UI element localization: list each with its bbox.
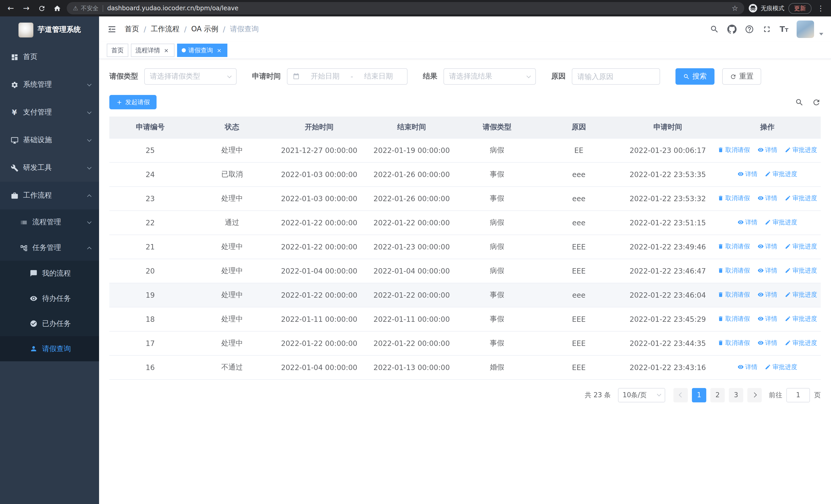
detail-link[interactable]: 详情 — [757, 291, 777, 299]
reload-icon[interactable] — [36, 3, 47, 14]
tab-leave-query[interactable]: 请假查询 × — [177, 43, 227, 57]
approval-progress-link[interactable]: 审批进度 — [785, 194, 817, 203]
fullscreen-icon[interactable] — [762, 25, 771, 34]
cell-start-time: 2021-12-27 00:00:00 — [273, 138, 366, 162]
sidebar-item-workflow[interactable]: 工作流程 — [0, 182, 99, 209]
search-button[interactable]: 搜索 — [676, 68, 715, 85]
home-browser-icon[interactable] — [51, 3, 63, 14]
sidebar-collapse-icon[interactable] — [107, 24, 117, 34]
page-button-1[interactable]: 1 — [692, 388, 706, 402]
detail-link[interactable]: 详情 — [757, 315, 777, 323]
sidebar-item-done-tasks[interactable]: 已办任务 — [0, 311, 99, 336]
prev-page-button[interactable] — [674, 388, 688, 402]
sidebar-item-home[interactable]: 首页 — [0, 43, 99, 71]
page-button-3[interactable]: 3 — [729, 388, 743, 402]
cell-start-time: 2022-01-11 00:00:00 — [273, 307, 366, 331]
toggle-search-icon[interactable] — [795, 98, 804, 107]
sidebar-item-my-process[interactable]: 我的流程 — [0, 261, 99, 286]
detail-link[interactable]: 详情 — [738, 170, 757, 179]
security-chip[interactable]: ⚠ 不安全 — [73, 4, 98, 12]
page-jump-input[interactable] — [786, 388, 810, 402]
search-icon[interactable] — [710, 25, 719, 34]
sidebar-item-dev-tools[interactable]: 研发工具 — [0, 154, 99, 182]
breadcrumb-home[interactable]: 首页 — [125, 25, 139, 34]
start-date-placeholder: 开始日期 — [302, 72, 348, 81]
sidebar-item-system-mgmt[interactable]: 系统管理 — [0, 71, 99, 98]
calendar-icon — [292, 73, 300, 80]
help-icon[interactable] — [745, 25, 754, 34]
cancel-leave-link[interactable]: 取消请假 — [718, 339, 750, 348]
warning-icon: ⚠ — [73, 5, 78, 12]
close-icon[interactable]: × — [216, 47, 223, 54]
apply-time-range-picker[interactable]: 开始日期 - 结束日期 — [287, 68, 407, 85]
leave-type-select[interactable]: 请选择请假类型 — [144, 68, 237, 85]
approval-progress-link[interactable]: 审批进度 — [765, 170, 797, 179]
close-icon[interactable]: × — [163, 47, 170, 54]
detail-link[interactable]: 详情 — [757, 242, 777, 251]
github-icon[interactable] — [727, 25, 737, 34]
dashboard-icon — [10, 53, 19, 61]
sidebar-item-todo-tasks[interactable]: 待办任务 — [0, 286, 99, 311]
avatar-caret-icon[interactable] — [819, 33, 823, 35]
detail-link[interactable]: 详情 — [757, 146, 777, 154]
incognito-icon — [748, 4, 757, 13]
cell-apply-time: 2022-01-22 23:53:35 — [622, 162, 714, 186]
approval-progress-link[interactable]: 审批进度 — [785, 266, 817, 275]
bookmark-star-icon[interactable]: ☆ — [732, 4, 738, 12]
address-bar[interactable]: ⚠ 不安全 dashboard.yudao.iocoder.cn/bpm/oa/… — [67, 2, 744, 14]
sidebar-item-infrastructure[interactable]: 基础设施 — [0, 126, 99, 154]
detail-link[interactable]: 详情 — [757, 194, 777, 203]
chrome-update-button[interactable]: 更新 — [789, 3, 811, 13]
font-size-icon[interactable]: TT — [780, 25, 789, 34]
sidebar-item-task-mgmt[interactable]: 任务管理 — [0, 235, 99, 261]
detail-link[interactable]: 详情 — [738, 218, 757, 227]
breadcrumb-workflow[interactable]: 工作流程 — [151, 25, 179, 34]
cell-status: 处理中 — [191, 138, 273, 162]
approval-progress-link[interactable]: 审批进度 — [785, 146, 817, 154]
create-leave-button[interactable]: 发起请假 — [109, 95, 156, 109]
cell-apply-id: 16 — [109, 355, 191, 379]
table-row: 23 处理中 2022-01-03 00:00:00 2022-01-26 00… — [109, 186, 821, 210]
reason-input-wrap — [572, 68, 660, 85]
back-icon[interactable]: ← — [5, 3, 17, 14]
reason-input[interactable] — [577, 72, 654, 81]
cancel-leave-link[interactable]: 取消请假 — [718, 242, 750, 251]
detail-link[interactable]: 详情 — [757, 339, 777, 348]
next-page-button[interactable] — [747, 388, 762, 402]
approval-progress-link[interactable]: 审批进度 — [765, 363, 797, 372]
detail-link[interactable]: 详情 — [738, 363, 757, 372]
sidebar-item-leave-query[interactable]: 请假查询 — [0, 336, 99, 361]
refresh-table-icon[interactable] — [812, 98, 821, 107]
approval-progress-link[interactable]: 审批进度 — [785, 339, 817, 348]
cancel-leave-link[interactable]: 取消请假 — [718, 266, 750, 275]
page-button-2[interactable]: 2 — [710, 388, 725, 402]
detail-link[interactable]: 详情 — [757, 266, 777, 275]
cancel-leave-link[interactable]: 取消请假 — [718, 291, 750, 299]
approval-progress-link[interactable]: 审批进度 — [785, 242, 817, 251]
forward-icon[interactable]: → — [21, 3, 32, 14]
user-avatar[interactable] — [797, 21, 814, 38]
cancel-leave-link[interactable]: 取消请假 — [718, 315, 750, 323]
breadcrumb-oa-example[interactable]: OA 示例 — [191, 25, 219, 34]
result-label: 结果 — [423, 72, 437, 81]
cancel-leave-link[interactable]: 取消请假 — [718, 146, 750, 154]
approval-progress-link[interactable]: 审批进度 — [765, 218, 797, 227]
cell-reason: eee — [536, 210, 622, 235]
page-size-select[interactable]: 10条/页 — [618, 388, 665, 402]
tab-home[interactable]: 首页 — [107, 43, 128, 57]
chevron-down-icon — [87, 110, 92, 114]
sidebar-item-process-mgmt[interactable]: 流程管理 — [0, 209, 99, 235]
approval-progress-link[interactable]: 审批进度 — [785, 315, 817, 323]
sidebar-item-payment-mgmt[interactable]: ¥ 支付管理 — [0, 98, 99, 126]
browser-menu-icon[interactable]: ⋮ — [815, 4, 826, 12]
filter-form: 请假类型 请选择请假类型 申请时间 开始日期 — [109, 68, 821, 85]
result-select[interactable]: 请选择流结果 — [443, 68, 536, 85]
breadcrumb-current: 请假查询 — [230, 25, 259, 34]
reset-button[interactable]: 重置 — [722, 68, 761, 85]
cancel-leave-link[interactable]: 取消请假 — [718, 194, 750, 203]
tab-process-detail[interactable]: 流程详情 × — [131, 43, 174, 57]
approval-progress-link[interactable]: 审批进度 — [785, 291, 817, 299]
eye-icon — [757, 268, 764, 274]
edit-icon — [785, 243, 791, 250]
eye-icon — [757, 147, 764, 153]
